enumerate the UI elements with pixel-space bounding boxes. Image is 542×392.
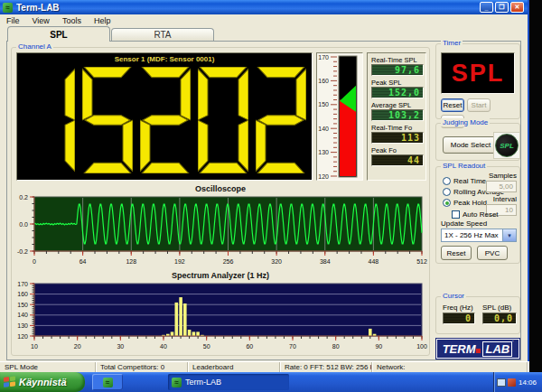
status-bar: SPL ModeTotal Competitors: 0LeaderboardR…: [0, 361, 529, 372]
app-icon: ≈: [103, 378, 113, 387]
menu-item-tools[interactable]: Tools: [56, 16, 88, 25]
svg-text:100: 100: [416, 343, 427, 350]
status-cell: Rate: 0 FFT: 512 BW: 256 Hz: [280, 362, 372, 372]
app-icon: ≈: [172, 378, 182, 387]
svg-text:140: 140: [17, 312, 28, 318]
sensor-label: Sensor 1 (MDF: Sensor 0001): [17, 53, 312, 63]
cursor-freq-lcd: 0: [443, 313, 475, 324]
svg-text:130: 130: [17, 322, 28, 329]
taskbar: Käynnistä ≈ ≈ Term-LAB 14:06: [0, 372, 542, 392]
svg-text:160: 160: [318, 78, 329, 84]
svg-text:60: 60: [246, 343, 253, 350]
spectrum-title: Spectrum Analyzer (1 Hz): [11, 271, 430, 280]
svg-text:384: 384: [320, 258, 331, 265]
app-icon: ≈: [3, 3, 13, 13]
window-title: Term-LAB: [16, 3, 60, 13]
start-timer-button[interactable]: Start: [467, 98, 491, 112]
start-button-label: Käynnistä: [19, 377, 67, 387]
svg-text:80: 80: [332, 343, 340, 350]
desktop: ≈ Term-LAB _ ❐ ✕ FileViewToolsHelp SPL R…: [0, 0, 542, 392]
alert-icon[interactable]: [508, 378, 516, 387]
tab-rta[interactable]: RTA: [111, 28, 214, 41]
restore-icon[interactable]: ❐: [495, 2, 509, 13]
taskbar-app-button[interactable]: ≈ Term-LAB: [168, 374, 289, 390]
seg-digit: [24, 67, 75, 173]
radio-peak-hold[interactable]: [443, 199, 451, 207]
spectrum-plot[interactable]: 120130140150160170102030405060708090100: [11, 280, 430, 352]
chevron-down-icon[interactable]: ▼: [502, 229, 516, 241]
logo-lab-text: LAB: [482, 341, 512, 357]
title-bar[interactable]: ≈ Term-LAB _ ❐ ✕: [0, 0, 528, 14]
readout-label: Average SPL: [371, 101, 423, 109]
channel-a-label: Channel A: [16, 42, 53, 51]
close-icon[interactable]: ✕: [510, 2, 524, 13]
timer-label: Timer: [441, 39, 463, 47]
system-tray: 14:06: [493, 372, 542, 392]
seven-segment-digits: [24, 67, 306, 173]
svg-text:170: 170: [318, 54, 329, 61]
radio-real-time[interactable]: [443, 177, 451, 185]
cursor-label: Cursor: [441, 292, 466, 300]
menu-item-view[interactable]: View: [26, 16, 56, 25]
spl-readout-label: SPL Readout: [441, 162, 487, 170]
spl-meter: 120130140150160170: [317, 53, 362, 180]
update-speed-value: 1X - 256 Hz Max: [442, 229, 502, 241]
readout-lcd: 97,6: [371, 64, 424, 76]
tab-spl[interactable]: SPL: [7, 26, 110, 42]
mode-select-button[interactable]: Mode Select: [443, 136, 499, 154]
auto-reset-checkbox[interactable]: [452, 210, 460, 219]
readout-lcd: 44: [371, 154, 424, 166]
readout-lcd: 103,2: [371, 109, 424, 121]
oscilloscope-plot: 0.20.0-0.2064128192256320384448512: [11, 193, 430, 269]
samples-field[interactable]: 5,00: [486, 181, 517, 192]
status-cell: Total Competitors: 0: [96, 362, 188, 372]
start-button[interactable]: Käynnistä: [0, 372, 85, 392]
svg-text:0.2: 0.2: [19, 194, 28, 201]
svg-text:70: 70: [289, 343, 296, 350]
spl-badge-frame: SPL: [493, 132, 520, 159]
readout-panel: Real-Time SPL97,6Peak SPL152,0Average SP…: [367, 52, 426, 181]
termlab-logo: TERM LAB ': [435, 338, 520, 359]
menu-item-help[interactable]: Help: [88, 16, 117, 25]
status-cell: Leaderboard: [188, 362, 280, 372]
svg-text:512: 512: [416, 258, 427, 265]
monitor-icon[interactable]: [497, 378, 506, 387]
menu-item-file[interactable]: File: [0, 16, 26, 25]
taskbar-app-label: Term-LAB: [185, 378, 221, 387]
svg-text:160: 160: [17, 291, 28, 297]
readout-label: Peak SPL: [371, 79, 423, 87]
svg-text:-0.2: -0.2: [17, 248, 28, 255]
update-speed-label: Update Speed: [441, 219, 487, 228]
svg-text:320: 320: [271, 258, 282, 265]
spl-readout-reset-button[interactable]: Reset: [441, 246, 472, 260]
readout-label: Real-Time SPL: [371, 56, 423, 64]
update-speed-combo[interactable]: 1X - 256 Hz Max ▼: [441, 229, 517, 242]
svg-text:10: 10: [31, 343, 38, 350]
pvc-button[interactable]: PVC: [477, 246, 508, 260]
app-window: ≈ Term-LAB _ ❐ ✕ FileViewToolsHelp SPL R…: [0, 0, 529, 372]
seg-digit: [140, 67, 191, 173]
menu-bar: FileViewToolsHelp: [0, 14, 528, 26]
svg-text:128: 128: [126, 258, 136, 265]
samples-label: Samples: [479, 172, 517, 180]
spl-badge-icon: SPL: [495, 134, 519, 157]
readout-lcd: 113: [371, 132, 424, 144]
svg-text:150: 150: [318, 101, 329, 107]
svg-text:256: 256: [223, 258, 234, 265]
readout-row: Peak SPL152,0: [371, 79, 423, 98]
reset-timer-button[interactable]: Reset: [441, 98, 464, 112]
svg-text:140: 140: [318, 126, 329, 132]
readout-row: Real-Time SPL97,6: [371, 56, 423, 76]
radio-rolling-average[interactable]: [443, 188, 451, 196]
minimize-icon[interactable]: _: [480, 2, 493, 13]
quick-launch-button[interactable]: ≈: [92, 374, 123, 390]
timer-display-text: SPL: [452, 60, 505, 88]
svg-text:30: 30: [117, 343, 124, 350]
svg-text:192: 192: [174, 258, 185, 265]
readout-row: Peak Fo44: [371, 146, 423, 166]
seg-digit: [256, 67, 306, 173]
taskbar-clock: 14:06: [519, 378, 537, 387]
oscilloscope-title: Oscilloscope: [11, 184, 430, 193]
seg-digit: [198, 67, 248, 173]
svg-text:130: 130: [318, 149, 329, 155]
